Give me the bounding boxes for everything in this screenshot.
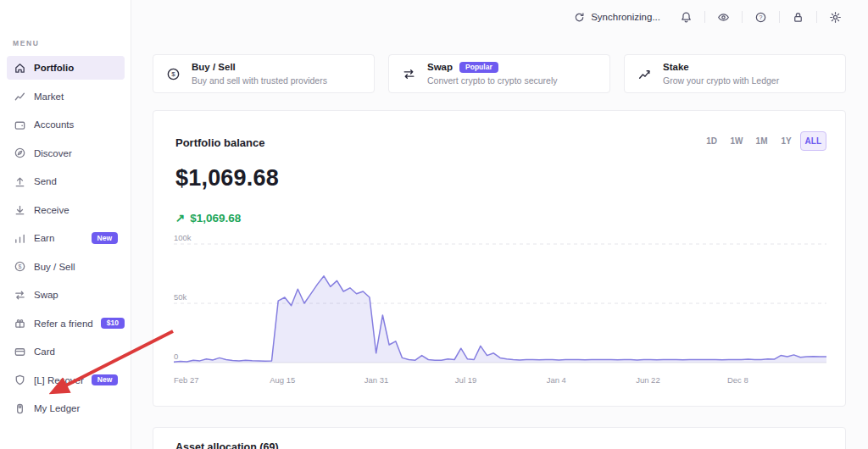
swap-icon <box>402 67 416 81</box>
lock-icon[interactable] <box>791 10 805 25</box>
xtick: Jan 31 <box>364 375 389 385</box>
svg-text:$: $ <box>19 263 22 269</box>
sidebar-item-my-ledger[interactable]: My Ledger <box>7 396 125 420</box>
balance-chart-svg <box>174 240 826 367</box>
divider <box>704 11 705 23</box>
xtick: Dec 8 <box>727 375 748 385</box>
card-title-text: Swap <box>427 62 453 74</box>
buysell-icon: $ <box>166 67 181 81</box>
myledger-icon <box>14 402 26 415</box>
range-1w[interactable]: 1W <box>726 131 748 151</box>
sidebar-item-card[interactable]: Card <box>7 340 125 363</box>
sidebar: MENU Portfolio Market Accounts Discover … <box>0 0 131 449</box>
sidebar-item-label: [L] Recover <box>34 375 84 385</box>
sync-status[interactable]: Synchronizing... <box>574 12 660 23</box>
sidebar-item-discover[interactable]: Discover <box>7 141 125 165</box>
chart-x-axis: Feb 27 Aug 15 Jan 31 Jul 19 Jan 4 Jun 22… <box>174 375 826 387</box>
card-title: Buy / Sell <box>192 62 327 74</box>
refer-icon <box>14 317 26 330</box>
buy-sell-card[interactable]: $ Buy / Sell Buy and sell with trusted p… <box>153 54 375 93</box>
asset-allocation-card: Asset allocation (69) <box>153 427 846 449</box>
sidebar-item-label: Portfolio <box>34 63 74 73</box>
sidebar-item-label: Accounts <box>34 119 74 130</box>
sidebar-item-accounts[interactable]: Accounts <box>7 113 125 136</box>
sidebar-item-label: Discover <box>34 148 72 158</box>
divider <box>742 11 743 23</box>
sidebar-item-send[interactable]: Send <box>7 169 125 193</box>
sidebar-item-label: Swap <box>34 290 58 300</box>
send-icon <box>14 175 26 188</box>
xtick: Jun 22 <box>636 375 660 385</box>
range-1m[interactable]: 1M <box>751 131 773 151</box>
card-title: Swap Popular <box>427 62 557 74</box>
card-subtitle: Grow your crypto with Ledger <box>663 76 779 86</box>
bell-icon[interactable] <box>679 10 693 25</box>
buysell-icon: $ <box>14 260 26 273</box>
xtick: Feb 27 <box>174 375 199 385</box>
sidebar-item-portfolio[interactable]: Portfolio <box>7 56 125 80</box>
card-subtitle: Convert crypto to crypto securely <box>427 76 557 86</box>
range-1d[interactable]: 1D <box>701 131 723 151</box>
svg-text:?: ? <box>760 14 763 19</box>
sidebar-item-receive[interactable]: Receive <box>7 198 125 222</box>
stake-icon <box>637 67 652 81</box>
settings-icon[interactable] <box>828 10 843 25</box>
sidebar-item-label: Market <box>34 91 64 102</box>
range-all[interactable]: ALL <box>800 131 826 151</box>
new-badge: New <box>92 374 118 386</box>
earn-icon <box>14 232 26 245</box>
sidebar-item-buy-sell[interactable]: $ Buy / Sell <box>7 255 125 279</box>
sidebar-item-refer-a-friend[interactable]: Refer a friend $10 <box>7 312 125 335</box>
balance-chart[interactable]: 100k 50k 0 <box>174 240 826 367</box>
reward-badge: $10 <box>101 318 125 330</box>
sidebar-item-market[interactable]: Market <box>7 85 125 108</box>
help-icon[interactable]: ? <box>754 10 768 25</box>
xtick: Jul 19 <box>455 375 476 385</box>
sidebar-item-swap[interactable]: Swap <box>7 283 125 307</box>
sidebar-item-recover[interactable]: [L] Recover New <box>7 369 125 392</box>
new-badge: New <box>92 232 118 244</box>
topbar: Synchronizing... ? <box>131 0 868 34</box>
xtick: Jan 4 <box>547 375 566 385</box>
accounts-icon <box>14 119 26 131</box>
quick-actions-row: $ Buy / Sell Buy and sell with trusted p… <box>153 54 846 93</box>
change-arrow-icon: ↗ <box>175 211 185 224</box>
home-icon <box>14 62 26 75</box>
svg-text:$: $ <box>171 70 175 78</box>
ytick-0: 0 <box>174 352 178 361</box>
change-value: $1,069.68 <box>190 212 241 224</box>
card-icon <box>14 346 26 358</box>
card-subtitle: Buy and sell with trusted providers <box>192 76 327 86</box>
chart-line <box>174 276 826 363</box>
sidebar-item-earn[interactable]: Earn New <box>7 226 125 250</box>
card-title: Stake <box>663 62 779 74</box>
swap-card[interactable]: Swap Popular Convert crypto to crypto se… <box>388 54 610 93</box>
sidebar-item-label: Refer a friend <box>34 319 93 329</box>
asset-allocation-title: Asset allocation (69) <box>175 441 279 449</box>
portfolio-balance-title: Portfolio balance <box>175 136 264 149</box>
xtick: Aug 15 <box>270 375 295 385</box>
sidebar-nav: Portfolio Market Accounts Discover Send … <box>7 56 125 425</box>
range-1y[interactable]: 1Y <box>776 131 798 151</box>
stake-card[interactable]: Stake Grow your crypto with Ledger <box>624 54 846 93</box>
swap-icon <box>14 289 26 302</box>
sidebar-item-label: My Ledger <box>34 403 80 413</box>
recover-icon <box>14 374 26 386</box>
popular-badge: Popular <box>459 62 498 74</box>
range-selector: 1D 1W 1M 1Y ALL <box>701 131 826 151</box>
sidebar-item-label: Send <box>34 176 57 186</box>
sidebar-item-label: Earn <box>34 233 54 243</box>
eye-icon[interactable] <box>716 10 731 25</box>
divider <box>816 11 817 23</box>
receive-icon <box>14 203 26 216</box>
ytick-50k: 50k <box>174 292 186 302</box>
sync-icon <box>574 12 585 23</box>
portfolio-balance-card: Portfolio balance 1D 1W 1M 1Y ALL $1,069… <box>153 110 846 407</box>
menu-label: MENU <box>13 39 39 47</box>
portfolio-balance-value: $1,069.68 <box>175 165 279 191</box>
sidebar-item-label: Receive <box>34 205 70 215</box>
sync-label: Synchronizing... <box>591 12 660 22</box>
sidebar-item-label: Buy / Sell <box>34 262 75 272</box>
ytick-100k: 100k <box>174 233 192 242</box>
market-icon <box>14 90 26 103</box>
